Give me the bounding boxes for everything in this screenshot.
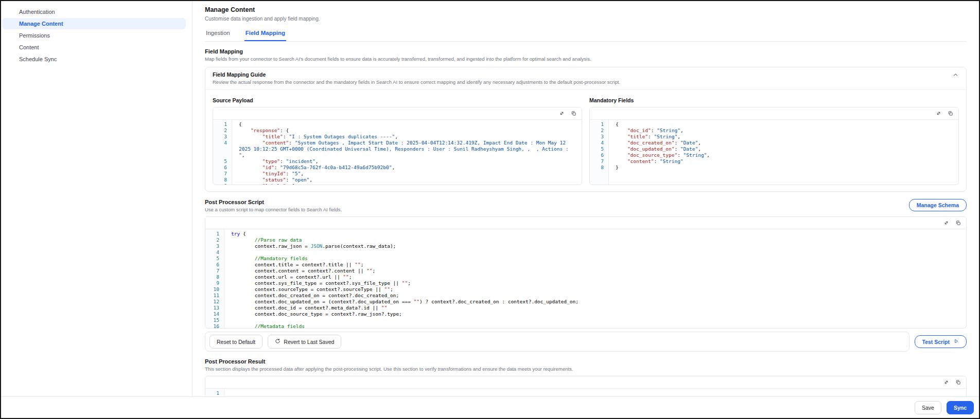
mandatory-fields-editor: 1{2 "doc_id": "String",3 "title": "Strin… [589, 107, 959, 185]
line-number: 8 [213, 177, 232, 183]
sidebar-item-schedule-sync[interactable]: Schedule Sync [2, 53, 186, 65]
line-number: 3 [213, 134, 232, 140]
mandatory-fields-code[interactable]: 1{2 "doc_id": "String",3 "title": "Strin… [590, 120, 958, 185]
code-line: "doc_updated_on": "Date", [608, 146, 958, 152]
sidebar-item-content[interactable]: Content [2, 42, 186, 53]
copy-button[interactable] [955, 379, 961, 385]
reset-to-default-button[interactable]: Reset to Default [209, 335, 262, 349]
copy-button[interactable] [571, 111, 576, 116]
mandatory-fields-toolbar [590, 107, 958, 120]
copy-icon [955, 220, 961, 227]
source-payload-code[interactable]: 1{2 "response": {3 "title": "I : System … [213, 120, 582, 185]
line-number: 1 [205, 390, 224, 396]
line-number: 15 [205, 317, 224, 323]
code-line: "content": "System Outages , Impact Star… [232, 140, 582, 158]
code-line [224, 390, 966, 396]
line-number: 4 [590, 140, 608, 146]
code-line: try { [224, 231, 966, 237]
sidebar-item-permissions[interactable]: Permissions [2, 30, 186, 41]
expand-icon [936, 110, 941, 118]
page-subtitle: Customise data ingestion and apply field… [205, 16, 967, 22]
tab-field-mapping[interactable]: Field Mapping [244, 27, 286, 41]
code-line: context.doc_created_on = context?.doc_cr… [224, 293, 966, 299]
collapse-guide-button[interactable] [952, 71, 959, 78]
expand-icon [943, 220, 949, 227]
source-payload-editor: 1{2 "response": {3 "title": "I : System … [213, 107, 582, 185]
line-number: 13 [205, 305, 224, 311]
post-processor-result-section: Post Processor Result This section displ… [205, 358, 967, 396]
app-window: AuthenticationManage ContentPermissionsC… [0, 0, 980, 419]
line-number: 4 [205, 249, 224, 256]
expand-button[interactable] [936, 111, 941, 116]
line-number: 11 [205, 293, 224, 299]
guide-description: Review the actual response from the conn… [213, 79, 620, 85]
post-processor-result-code[interactable]: 1 [205, 389, 966, 396]
code-line: "status": "open", [232, 177, 582, 183]
post-processor-script-editor: 1try {2 //Parse raw data3 context.raw_js… [205, 216, 967, 329]
line-number: 1 [205, 231, 224, 237]
test-script-button[interactable]: Test Script [915, 335, 967, 348]
code-line: "title": "I : System Outages duplicates … [232, 134, 582, 140]
line-number: 2 [590, 127, 608, 134]
post-processor-script-code[interactable]: 1try {2 //Parse raw data3 context.raw_js… [205, 229, 966, 328]
code-line: "type": "incident", [232, 158, 582, 165]
code-line: //Metadata fields [224, 323, 966, 328]
guide-body: Source Payload [205, 90, 966, 191]
code-line: "tinyId": "5", [232, 171, 582, 177]
code-line: //Parse raw data [224, 237, 966, 243]
sync-button[interactable]: Sync [947, 401, 974, 414]
save-button[interactable]: Save [915, 401, 941, 414]
code-line: "labels": [ [232, 183, 582, 185]
manage-schema-button[interactable]: Manage Schema [909, 199, 967, 211]
expand-button[interactable] [943, 220, 949, 226]
code-line: "id": "79d68c5a-762f-4c0a-b412-49a6d75b9… [232, 165, 582, 171]
reset-label: Reset to Default [217, 339, 255, 345]
code-line: "doc_id": "String", [608, 127, 958, 134]
script-actions-panel: Reset to Default Revert to Last Saved [205, 332, 909, 352]
expand-button[interactable] [943, 379, 949, 385]
post-processor-script-title: Post Processor Script [205, 199, 342, 205]
line-number: 2 [213, 127, 232, 134]
line-number: 6 [205, 262, 224, 268]
sidebar-item-manage-content[interactable]: Manage Content [2, 18, 186, 29]
code-line: context.title = context?.title || ""; [224, 262, 966, 268]
script-toolbar [205, 217, 966, 229]
code-line: context.doc_id = context?.meta_data?.id … [224, 305, 966, 311]
source-payload-label: Source Payload [213, 97, 582, 103]
sidebar-nav: AuthenticationManage ContentPermissionsC… [1, 6, 192, 65]
code-line: "title": "String", [608, 134, 958, 140]
line-number: 7 [213, 171, 232, 177]
line-number: 8 [590, 165, 608, 171]
line-number: 6 [590, 152, 608, 158]
code-line: } [608, 165, 958, 171]
line-number: 7 [590, 158, 608, 165]
code-line: { [232, 121, 582, 127]
chevron-up-icon [952, 72, 959, 80]
test-script-label: Test Script [922, 339, 950, 345]
line-number: 4 [213, 140, 232, 158]
code-line [224, 317, 966, 323]
mandatory-fields-panel: Mandatory Fields [589, 95, 959, 185]
copy-icon [948, 110, 953, 118]
expand-button[interactable] [559, 111, 565, 116]
code-line: "response": { [232, 127, 582, 134]
code-line: context.sys_file_type = context?.sys_fil… [224, 280, 966, 286]
line-number: 2 [205, 237, 224, 243]
code-line: //Mandatory fields [224, 256, 966, 262]
guide-header-text: Field Mapping Guide Review the actual re… [213, 71, 620, 85]
code-line: context.doc_source_type = context?.raw_j… [224, 311, 966, 317]
line-number: 3 [590, 134, 608, 140]
code-line: "doc_source_type": "String", [608, 152, 958, 158]
line-number: 5 [205, 256, 224, 262]
expand-icon [943, 379, 949, 387]
copy-button[interactable] [955, 220, 961, 226]
sidebar-item-authentication[interactable]: Authentication [2, 6, 186, 17]
page-title: Manage Content [205, 6, 967, 13]
manage-schema-label: Manage Schema [917, 202, 959, 208]
field-mapping-guide-card: Field Mapping Guide Review the actual re… [205, 67, 967, 192]
revert-to-last-saved-button[interactable]: Revert to Last Saved [268, 335, 341, 349]
copy-button[interactable] [948, 111, 953, 116]
code-line: { [608, 121, 958, 127]
tab-ingestion[interactable]: Ingestion [205, 27, 231, 41]
post-processor-script-description: Use a custom script to map connector fie… [205, 207, 342, 212]
